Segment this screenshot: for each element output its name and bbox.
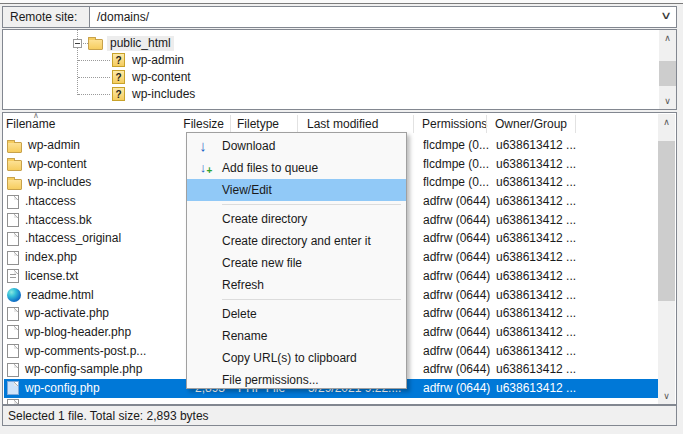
filename: wp-config.php bbox=[25, 380, 100, 397]
tree-line bbox=[78, 77, 110, 78]
status-text: Selected 1 file. Total size: 2,893 bytes bbox=[8, 409, 209, 423]
ftp-remote-pane: Remote site: /domains/ ∨ public_html ? w… bbox=[0, 0, 683, 434]
owner-group: u638613412 ... bbox=[496, 305, 584, 322]
unknown-folder-icon: ? bbox=[112, 53, 125, 67]
menu-item-label: Rename bbox=[219, 329, 267, 343]
menu-item-rename[interactable]: Rename bbox=[187, 325, 406, 347]
file-row-partial[interactable] bbox=[4, 398, 660, 404]
column-header-modified[interactable]: Last modified bbox=[307, 117, 378, 131]
unknown-folder-icon: ? bbox=[112, 70, 125, 84]
filename: wp-admin bbox=[28, 137, 80, 154]
remote-directory-tree: public_html ? wp-admin ? wp-content ? wp… bbox=[2, 29, 677, 110]
filename: wp-activate.php bbox=[25, 305, 109, 322]
column-divider[interactable] bbox=[413, 115, 414, 133]
column-divider[interactable] bbox=[230, 115, 231, 133]
column-header-filetype[interactable]: Filetype bbox=[237, 117, 279, 131]
owner-group: u638613412 ... bbox=[496, 287, 584, 304]
tree-node-label: wp-includes bbox=[129, 87, 198, 102]
tree-line bbox=[77, 30, 78, 39]
menu-item-create-directory-and-enter[interactable]: Create directory and enter it bbox=[187, 230, 406, 252]
menu-item-label: Download bbox=[219, 139, 275, 153]
column-header-filename[interactable]: Filename bbox=[6, 117, 55, 131]
menu-item-copy-urls[interactable]: Copy URL(s) to clipboard bbox=[187, 347, 406, 369]
menu-item-file-permissions[interactable]: File permissions... bbox=[187, 369, 406, 391]
menu-item-label: Add files to queue bbox=[219, 161, 318, 175]
tree-node-wp-admin[interactable]: ? wp-admin bbox=[112, 52, 187, 68]
permissions: adfrw (0644) bbox=[423, 268, 493, 285]
status-bar: Selected 1 file. Total size: 2,893 bytes bbox=[2, 405, 677, 426]
scroll-up-icon[interactable]: ∧ bbox=[659, 30, 676, 46]
permissions: adfrw (0644) bbox=[423, 305, 493, 322]
owner-group: u638613412 ... bbox=[496, 156, 584, 173]
file-list-scrollbar-thumb[interactable] bbox=[658, 141, 675, 301]
column-header-permissions[interactable]: Permissions bbox=[422, 117, 487, 131]
permissions: adfrw (0644) bbox=[423, 230, 493, 247]
tree-node-label: public_html bbox=[107, 36, 174, 51]
text-file-icon bbox=[7, 269, 19, 283]
permissions: flcdmpe (0... bbox=[423, 137, 493, 154]
scroll-up-icon[interactable]: ∧ bbox=[658, 114, 675, 130]
tree-node-label: wp-admin bbox=[129, 53, 187, 68]
owner-group: u638613412 ... bbox=[496, 174, 584, 191]
file-icon bbox=[7, 213, 19, 227]
column-header-filesize[interactable]: Filesize bbox=[153, 117, 224, 131]
tree-node-wp-content[interactable]: ? wp-content bbox=[112, 69, 194, 85]
column-divider[interactable] bbox=[486, 115, 487, 133]
tree-scrollbar-thumb[interactable] bbox=[659, 61, 676, 86]
menu-item-download[interactable]: ↓ Download bbox=[187, 135, 406, 157]
owner-group: u638613412 ... bbox=[496, 343, 584, 360]
owner-group: u638613412 ... bbox=[496, 249, 584, 266]
menu-item-label: File permissions... bbox=[219, 373, 319, 387]
folder-icon bbox=[7, 160, 22, 171]
menu-item-create-new-file[interactable]: Create new file bbox=[187, 252, 406, 274]
filename: license.txt bbox=[25, 268, 78, 285]
php-file-icon bbox=[7, 381, 19, 395]
tree-scrollbar[interactable]: ∧ ∨ bbox=[659, 30, 676, 109]
menu-item-add-files-to-queue[interactable]: ↓+ Add files to queue bbox=[187, 157, 406, 179]
file-list-scrollbar[interactable]: ∧ ∨ bbox=[658, 114, 675, 404]
folder-icon bbox=[88, 39, 103, 50]
file-icon bbox=[7, 363, 19, 377]
menu-item-create-directory[interactable]: Create directory bbox=[187, 208, 406, 230]
filename: wp-blog-header.php bbox=[25, 324, 131, 341]
permissions: flcdmpe (0... bbox=[423, 174, 493, 191]
menu-item-label: Create directory and enter it bbox=[219, 234, 371, 248]
remote-site-combobox[interactable]: /domains/ ∨ bbox=[90, 7, 676, 27]
file-icon bbox=[7, 251, 19, 265]
file-icon bbox=[7, 325, 19, 339]
column-divider[interactable] bbox=[297, 115, 298, 133]
column-divider[interactable] bbox=[575, 115, 576, 133]
filename: wp-includes bbox=[28, 174, 91, 191]
folder-icon bbox=[7, 142, 22, 153]
file-icon bbox=[7, 232, 19, 246]
menu-item-label: Create new file bbox=[219, 256, 302, 270]
filename: wp-comments-post.p... bbox=[25, 343, 146, 360]
tree-line bbox=[78, 60, 110, 61]
remote-site-label: Remote site: bbox=[3, 7, 90, 27]
tree-node-wp-includes[interactable]: ? wp-includes bbox=[112, 86, 198, 102]
owner-group: u638613412 ... bbox=[496, 212, 584, 229]
permissions: adfrw (0644) bbox=[423, 212, 493, 229]
tree-node-public-html[interactable]: public_html bbox=[88, 35, 174, 51]
permissions: adfrw (0644) bbox=[423, 193, 493, 210]
tree-node-label: wp-content bbox=[129, 70, 194, 85]
menu-item-delete[interactable]: Delete bbox=[187, 303, 406, 325]
menu-separator bbox=[222, 204, 401, 205]
column-header-owner-group[interactable]: Owner/Group bbox=[495, 117, 567, 131]
scroll-down-icon[interactable]: ∨ bbox=[658, 388, 675, 404]
permissions: adfrw (0644) bbox=[423, 380, 493, 397]
unknown-folder-icon: ? bbox=[112, 87, 125, 101]
tree-collapse-toggle[interactable] bbox=[73, 39, 82, 48]
chevron-down-icon[interactable]: ∨ bbox=[660, 9, 672, 22]
menu-item-label: Copy URL(s) to clipboard bbox=[219, 351, 357, 365]
filename: index.php bbox=[25, 249, 77, 266]
scroll-down-icon[interactable]: ∨ bbox=[659, 93, 676, 109]
menu-item-refresh[interactable]: Refresh bbox=[187, 274, 406, 296]
folder-icon bbox=[7, 179, 22, 190]
permissions: flcdmpe (0... bbox=[423, 156, 493, 173]
owner-group: u638613412 ... bbox=[496, 380, 584, 397]
permissions: adfrw (0644) bbox=[423, 324, 493, 341]
context-menu: ↓ Download ↓+ Add files to queue View/Ed… bbox=[186, 132, 407, 389]
menu-item-view-edit[interactable]: View/Edit bbox=[187, 179, 406, 201]
remote-site-path: /domains/ bbox=[97, 10, 149, 24]
